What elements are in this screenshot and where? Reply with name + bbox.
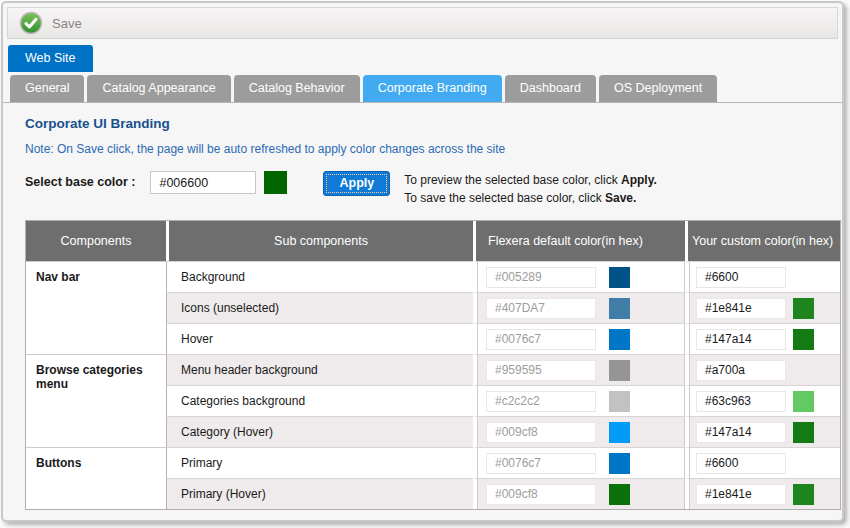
custom-hex-input[interactable]: #147a14 (696, 329, 786, 350)
apply-save-hints: To preview the selected base color, clic… (404, 171, 657, 207)
custom-color-swatch (793, 484, 814, 505)
tab-content: Corporate UI Branding Note: On Save clic… (3, 103, 842, 510)
apply-button[interactable]: Apply (323, 171, 390, 196)
default-color-cell: #959595 (473, 354, 685, 385)
custom-hex-input[interactable]: #1e841e (696, 484, 786, 505)
default-color-swatch (609, 484, 630, 505)
default-color-swatch (609, 360, 630, 381)
default-color-swatch (609, 391, 630, 412)
custom-hex-input[interactable]: #6600 (696, 267, 786, 288)
default-color-cell: #0076c7 (473, 447, 685, 478)
default-color-swatch (609, 329, 630, 350)
default-color-cell: #0076c7 (473, 323, 685, 354)
table-row: ButtonsPrimary#0076c7#6600 (26, 447, 840, 478)
custom-hex-input[interactable]: #6600 (696, 453, 786, 474)
base-color-swatch (264, 171, 287, 194)
custom-color-cell: #1e841e (685, 292, 840, 323)
tab-catalog-behavior[interactable]: Catalog Behavior (234, 75, 360, 102)
default-color-swatch (609, 422, 630, 443)
save-button-label: Save (52, 16, 82, 31)
default-hex-input: #0076c7 (486, 329, 596, 350)
custom-color-cell: #a700a (685, 354, 840, 385)
branding-table: Components Sub components Flexera defaul… (25, 220, 841, 510)
custom-color-cell: #6600 (685, 447, 840, 478)
custom-color-swatch (793, 422, 814, 443)
header-components: Components (26, 221, 166, 261)
sub-component-cell: Background (166, 261, 473, 292)
custom-color-swatch (793, 391, 814, 412)
sub-component-cell: Primary (Hover) (166, 478, 473, 509)
default-hex-input: #0076c7 (486, 453, 596, 474)
default-hex-input: #009cf8 (486, 422, 596, 443)
hint-apply: To preview the selected base color, clic… (404, 171, 657, 189)
hint-save: To save the selected base color, click S… (404, 189, 657, 207)
tab-catalog-appearance[interactable]: Catalog Appearance (87, 75, 230, 102)
save-button[interactable]: Save (8, 8, 96, 38)
sub-component-cell: Hover (166, 323, 473, 354)
base-color-row: Select base color : #006600 Apply To pre… (25, 171, 842, 207)
custom-color-cell: #1e841e (685, 478, 840, 509)
custom-hex-input[interactable]: #147a14 (696, 422, 786, 443)
component-cell: Nav bar (26, 261, 166, 354)
table-row: Browse categories menuMenu header backgr… (26, 354, 840, 385)
custom-color-cell: #63c963 (685, 385, 840, 416)
default-hex-input: #c2c2c2 (486, 391, 596, 412)
custom-hex-input[interactable]: #a700a (696, 360, 786, 381)
header-default-color: Flexera default color(in hex) (473, 221, 685, 261)
default-hex-input: #959595 (486, 360, 596, 381)
tab-bar: General Catalog Appearance Catalog Behav… (3, 75, 842, 103)
tab-os-deployment[interactable]: OS Deployment (599, 75, 717, 102)
toolbar: Save (7, 7, 838, 39)
sub-component-cell: Primary (166, 447, 473, 478)
tab-general[interactable]: General (10, 75, 84, 102)
sub-component-cell: Category (Hover) (166, 416, 473, 447)
header-custom-color: Your custom color(in hex) (685, 221, 840, 261)
default-hex-input: #407DA7 (486, 298, 596, 319)
table-row: Nav barBackground#005289#6600 (26, 261, 840, 292)
table-header-row: Components Sub components Flexera defaul… (26, 221, 840, 261)
default-color-swatch (609, 298, 630, 319)
save-check-icon (19, 11, 43, 35)
header-sub-components: Sub components (166, 221, 473, 261)
default-hex-input: #005289 (486, 267, 596, 288)
default-color-cell: #009cf8 (473, 478, 685, 509)
custom-hex-input[interactable]: #1e841e (696, 298, 786, 319)
base-color-input[interactable]: #006600 (150, 171, 256, 194)
custom-color-swatch (793, 329, 814, 350)
tab-web-site[interactable]: Web Site (8, 45, 93, 72)
default-color-cell: #009cf8 (473, 416, 685, 447)
custom-hex-input[interactable]: #63c963 (696, 391, 786, 412)
default-color-cell: #407DA7 (473, 292, 685, 323)
custom-color-cell: #147a14 (685, 323, 840, 354)
tab-corporate-branding[interactable]: Corporate Branding (363, 75, 502, 102)
page-title: Corporate UI Branding (25, 116, 842, 131)
custom-color-swatch (793, 298, 814, 319)
sub-component-cell: Icons (unselected) (166, 292, 473, 323)
custom-color-cell: #6600 (685, 261, 840, 292)
base-color-label: Select base color : (25, 171, 135, 189)
default-color-cell: #c2c2c2 (473, 385, 685, 416)
default-color-swatch (609, 267, 630, 288)
default-hex-input: #009cf8 (486, 484, 596, 505)
sub-component-cell: Menu header background (166, 354, 473, 385)
component-cell: Buttons (26, 447, 166, 509)
tab-dashboard[interactable]: Dashboard (505, 75, 596, 102)
component-cell: Browse categories menu (26, 354, 166, 447)
custom-color-cell: #147a14 (685, 416, 840, 447)
settings-window: Save Web Site General Catalog Appearance… (1, 1, 844, 522)
default-color-cell: #005289 (473, 261, 685, 292)
site-tab-row: Web Site (3, 45, 842, 72)
auto-refresh-note: Note: On Save click, the page will be au… (25, 142, 842, 156)
default-color-swatch (609, 453, 630, 474)
sub-component-cell: Categories background (166, 385, 473, 416)
